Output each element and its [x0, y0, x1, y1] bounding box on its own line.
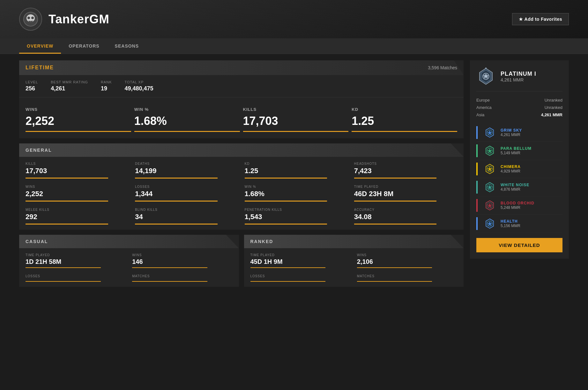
- wins-big-label: WINS: [26, 107, 131, 112]
- platinum-badge-icon: [476, 67, 495, 86]
- casual-bar-1: [132, 267, 207, 268]
- tab-overview[interactable]: OVERVIEW: [19, 38, 61, 54]
- rank-card: PLATINUM I 4,261 MMR Europe Unranked Ame…: [470, 60, 569, 259]
- bar-3: [354, 178, 437, 179]
- mmr-label: BEST MMR RATING: [51, 80, 88, 84]
- gen-stat-9: BLIND KILLS 34: [135, 208, 238, 225]
- season-item-2: CHIMERA 4,929 MMR: [476, 160, 562, 178]
- gen-stat-2: KD 1.25: [245, 162, 348, 179]
- add-to-favorites-button[interactable]: ★ Add to Favorites: [512, 13, 569, 25]
- bar-5: [135, 201, 218, 202]
- season-list: GRIM SKY 4,261 MMR PARA BELLUM 5,149 MMR: [476, 124, 562, 233]
- season-info-2: CHIMERA 4,929 MMR: [501, 164, 562, 173]
- season-mmr-3: 4,876 MMR: [501, 187, 562, 192]
- ranked-losses: LOSSES: [250, 274, 351, 282]
- ranked-wins: WINS 2,106: [357, 253, 457, 268]
- general-grid: KILLS 17,703 DEATHS 14,199 KD 1.25: [19, 157, 464, 230]
- season-mmr-4: 5,248 MMR: [501, 205, 562, 210]
- gen-stat-3: HEADSHOTS 7,423: [354, 162, 457, 179]
- casual-bar-2: [26, 281, 101, 282]
- tab-seasons[interactable]: SEASONS: [107, 38, 146, 54]
- gen-stat-4: WINS 2,252: [26, 185, 129, 202]
- winpct-big-stat: WIN % 1.68%: [134, 104, 240, 132]
- ranked-stats-grid: TIME PLAYED 45D 1H 9M WINS 2,106 LOSSES: [244, 248, 464, 287]
- view-detailed-button[interactable]: View Detailed: [476, 238, 562, 252]
- bar-2: [245, 178, 327, 179]
- matches-count: 3,596 Matches: [428, 65, 457, 70]
- season-name-0: GRIM SKY: [501, 128, 562, 133]
- rank-badge: [476, 67, 495, 86]
- xp-label: TOTAL XP: [124, 80, 153, 84]
- season-name-2: CHIMERA: [501, 164, 562, 169]
- rank-value: 19: [101, 85, 112, 92]
- season-item-3: WHITE NOISE 4,876 MMR: [476, 178, 562, 196]
- general-section: GENERAL KILLS 17,703 DEATHS 14,199 KD: [19, 143, 464, 230]
- casual-header: CASUAL: [19, 235, 239, 248]
- gen-stat-0: KILLS 17,703: [26, 162, 129, 179]
- rank-mmr: 4,261 MMR: [501, 77, 562, 82]
- general-title: GENERAL: [26, 148, 52, 153]
- gen-stat-11: ACCURACY 34.08: [354, 208, 457, 225]
- region-asia: Asia 4,261 MMR: [476, 111, 562, 119]
- gen-stat-7: TIME PLAYED 46D 23H 8M: [354, 185, 457, 202]
- season-info-1: PARA BELLUM 5,149 MMR: [501, 146, 562, 155]
- ranked-section: RANKED TIME PLAYED 45D 1H 9M WINS 2,106: [244, 235, 464, 287]
- bar-11: [354, 224, 437, 225]
- bar-9: [135, 224, 218, 225]
- kills-big-label: KILLS: [243, 107, 349, 112]
- ranked-time-played: TIME PLAYED 45D 1H 9M: [250, 253, 351, 268]
- region-europe: Europe Unranked: [476, 96, 562, 104]
- kd-big-value: 1.25: [352, 114, 457, 128]
- season-info-4: BLOOD ORCHID 5,248 MMR: [501, 201, 562, 210]
- casual-time-played: TIME PLAYED 1D 21H 58M: [26, 253, 126, 268]
- season-info-0: GRIM SKY 4,261 MMR: [501, 128, 562, 137]
- ranked-title: RANKED: [250, 239, 273, 244]
- season-mmr-5: 5,156 MMR: [501, 224, 562, 228]
- lifetime-section: LIFETIME 3,596 Matches LEVEL 256 BEST MM…: [19, 60, 464, 138]
- ranked-matches: MATCHES: [357, 274, 457, 282]
- xp-value: 49,480,475: [124, 85, 153, 92]
- gen-stat-5: LOSSES 1,344: [135, 185, 238, 202]
- lifetime-header: LIFETIME 3,596 Matches: [19, 60, 464, 75]
- season-name-4: BLOOD ORCHID: [501, 201, 562, 205]
- bar-0: [26, 178, 108, 179]
- top-stats-row: LEVEL 256 BEST MMR RATING 4,261 RANK 19 …: [19, 75, 464, 97]
- wins-big-stat: WINS 2,252: [26, 104, 131, 132]
- tab-operators[interactable]: OPERATORS: [61, 38, 107, 54]
- page-wrapper: TankerGM ★ Add to Favorites OVERVIEW OPE…: [0, 0, 588, 390]
- casual-bar-0: [26, 267, 101, 268]
- season-info-3: WHITE NOISE 4,876 MMR: [501, 183, 562, 192]
- casual-section: CASUAL TIME PLAYED 1D 21H 58M WINS 146: [19, 235, 239, 287]
- mmr-value: 4,261: [51, 85, 88, 92]
- winpct-big-value: 1.68%: [134, 114, 240, 128]
- level-label: LEVEL: [26, 80, 38, 84]
- ranked-header: RANKED: [244, 235, 464, 248]
- rank-title: PLATINUM I: [501, 71, 562, 77]
- casual-stats-grid: TIME PLAYED 1D 21H 58M WINS 146 LOSSES: [19, 248, 239, 287]
- casual-title: CASUAL: [26, 239, 48, 244]
- season-info-5: HEALTH 5,156 MMR: [501, 219, 562, 228]
- gen-stat-8: MELEE KILLS 292: [26, 208, 129, 225]
- kd-big-label: KD: [352, 107, 457, 112]
- svg-point-3: [31, 17, 34, 19]
- season-item-1: PARA BELLUM 5,149 MMR: [476, 142, 562, 160]
- level-stat: LEVEL 256: [26, 80, 38, 92]
- season-mmr-1: 5,149 MMR: [501, 151, 562, 155]
- season-item-5: HEALTH 5,156 MMR: [476, 215, 562, 233]
- kills-big-value: 17,703: [243, 114, 349, 128]
- lifetime-title: LIFETIME: [26, 65, 54, 71]
- rank-label: RANK: [101, 80, 112, 84]
- left-panel: LIFETIME 3,596 Matches LEVEL 256 BEST MM…: [19, 60, 464, 287]
- svg-marker-11: [485, 67, 487, 68]
- season-name-1: PARA BELLUM: [501, 146, 562, 151]
- big-stats-grid: WINS 2,252 WIN % 1.68% KILLS 17,703 KD 1…: [19, 97, 464, 138]
- bar-8: [26, 224, 108, 225]
- svg-point-2: [27, 17, 30, 19]
- bottom-sections: CASUAL TIME PLAYED 1D 21H 58M WINS 146: [19, 235, 464, 287]
- casual-wins: WINS 146: [132, 253, 232, 268]
- rank-info: PLATINUM I 4,261 MMR: [501, 71, 562, 82]
- bar-4: [26, 201, 108, 202]
- casual-matches: MATCHES: [132, 274, 232, 282]
- ranked-bar-0: [250, 267, 326, 268]
- ranked-bar-1: [357, 267, 432, 268]
